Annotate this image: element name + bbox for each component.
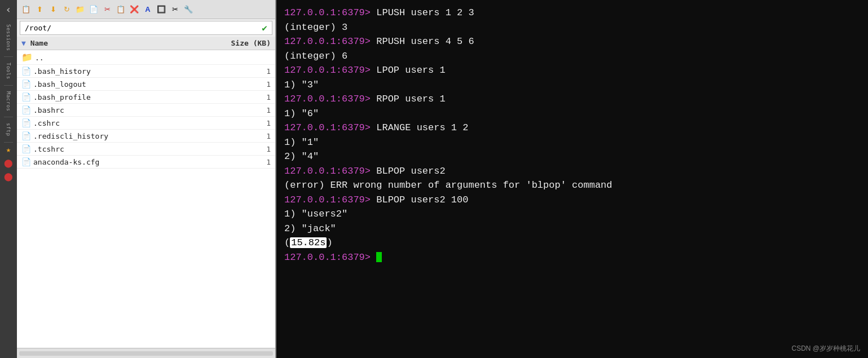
- table-row[interactable]: 📄.bash_history 1: [17, 65, 275, 78]
- col-name[interactable]: ▼ Name: [17, 37, 188, 50]
- toolbar-view[interactable]: 🔲: [155, 3, 168, 16]
- terminal-output-text: 2) "jack": [284, 223, 336, 234]
- bottom-scroll-bar[interactable]: [17, 348, 275, 358]
- file-name-cell: 📄.bash_history: [17, 65, 188, 78]
- sftp-tab[interactable]: sftp: [4, 117, 13, 143]
- table-row[interactable]: 📄.rediscli_history 1: [17, 130, 275, 143]
- toolbar-cut[interactable]: ✂: [101, 3, 113, 16]
- terminal-command: BLPOP users2: [371, 166, 446, 176]
- toolbar-folder[interactable]: 📁: [74, 3, 86, 16]
- table-row[interactable]: 📄.tcshrc 1: [17, 143, 275, 156]
- terminal-panel: 127.0.0.1:6379> LPUSH users 1 2 3(intege…: [276, 0, 868, 358]
- terminal-line: 1) "6": [284, 107, 860, 121]
- file-name-cell: 📄anaconda-ks.cfg: [17, 156, 188, 169]
- sessions-tab[interactable]: Sessions: [4, 19, 13, 57]
- terminal-prompt: 127.0.0.1:6379>: [284, 166, 371, 176]
- file-size-cell: 1: [188, 91, 275, 104]
- terminal-line: 1) "1": [284, 135, 860, 150]
- file-name-cell: 📄.bashrc: [17, 104, 188, 117]
- terminal-command: RPUSH users 4 5 6: [371, 36, 474, 47]
- tools-tab[interactable]: Tools: [4, 57, 13, 86]
- terminal-output[interactable]: 127.0.0.1:6379> LPUSH users 1 2 3(intege…: [276, 0, 868, 358]
- table-row[interactable]: 📄.cshrc 1: [17, 117, 275, 130]
- terminal-line: 127.0.0.1:6379> RPUSH users 4 5 6: [284, 34, 860, 49]
- toolbar-rename[interactable]: A: [142, 3, 154, 16]
- toolbar-refresh[interactable]: ↻: [60, 3, 73, 16]
- icon2: ⬤: [4, 156, 13, 170]
- file-name-cell: 📄.bash_profile: [17, 91, 188, 104]
- collapse-icon[interactable]: ‹: [6, 0, 12, 19]
- terminal-prompt: 127.0.0.1:6379>: [284, 65, 371, 76]
- terminal-output-text: (integer) 6: [284, 51, 347, 61]
- terminal-cursor: [376, 252, 382, 262]
- col-size[interactable]: Size (KB): [188, 37, 275, 50]
- file-name-cell: 📄.cshrc: [17, 117, 188, 130]
- path-text: /root/: [25, 24, 51, 32]
- terminal-line: 2) "jack": [284, 222, 860, 236]
- terminal-line: (integer) 6: [284, 49, 860, 64]
- terminal-line: (integer) 3: [284, 20, 860, 35]
- file-size-cell: [188, 50, 275, 65]
- terminal-line: 2) "4": [284, 149, 860, 164]
- file-name-cell: 📄.rediscli_history: [17, 130, 188, 143]
- terminal-command: RPOP users 1: [371, 94, 446, 104]
- terminal-line: 127.0.0.1:6379> LPOP users 1: [284, 63, 860, 78]
- file-size-cell: 1: [188, 78, 275, 91]
- terminal-prompt: 127.0.0.1:6379>: [284, 36, 371, 47]
- terminal-prompt: 127.0.0.1:6379>: [284, 122, 371, 133]
- terminal-command: LPUSH users 1 2 3: [371, 7, 474, 18]
- table-row[interactable]: 📄anaconda-ks.cfg 1: [17, 156, 275, 169]
- terminal-prompt: 127.0.0.1:6379>: [284, 7, 371, 18]
- terminal-line: 127.0.0.1:6379> LPUSH users 1 2 3: [284, 6, 860, 20]
- file-name-cell: 📁..: [17, 50, 188, 65]
- file-name-cell: 📄.tcshrc: [17, 143, 188, 156]
- file-name-cell: 📄.bash_logout: [17, 78, 188, 91]
- icon1: ★: [6, 143, 11, 156]
- terminal-output-text: 1) "users2": [284, 209, 347, 219]
- macros-tab[interactable]: Macros: [4, 86, 13, 118]
- toolbar-scissors[interactable]: ✂: [169, 3, 181, 16]
- terminal-output-text: 2) "4": [284, 151, 319, 162]
- table-row[interactable]: 📄.bash_logout 1: [17, 78, 275, 91]
- file-size-cell: 1: [188, 143, 275, 156]
- terminal-output-text: (15.82s): [284, 237, 333, 248]
- terminal-output-text: (integer) 3: [284, 22, 347, 33]
- toolbar-delete[interactable]: ❌: [128, 3, 140, 16]
- file-size-cell: 1: [188, 117, 275, 130]
- terminal-prompt: 127.0.0.1:6379>: [284, 252, 376, 263]
- terminal-output-text: 1) "1": [284, 137, 319, 148]
- terminal-line: (15.82s): [284, 236, 860, 250]
- terminal-prompt: 127.0.0.1:6379>: [284, 195, 371, 205]
- icon3: ⬤: [4, 170, 13, 183]
- toolbar-file[interactable]: 📄: [87, 3, 100, 16]
- terminal-prompt: 127.0.0.1:6379>: [284, 94, 371, 104]
- table-row[interactable]: 📁..: [17, 50, 275, 65]
- terminal-output-text: 1) "3": [284, 79, 319, 90]
- toolbar-btn-up[interactable]: ⬆: [33, 3, 46, 16]
- terminal-line: 127.0.0.1:6379>: [284, 250, 860, 265]
- terminal-line: 1) "3": [284, 78, 860, 92]
- terminal-command: LRANGE users 1 2: [371, 122, 468, 133]
- terminal-output-text: 1) "6": [284, 108, 319, 119]
- terminal-line: 127.0.0.1:6379> BLPOP users2: [284, 164, 860, 179]
- terminal-command: LPOP users 1: [371, 65, 446, 76]
- file-size-cell: 1: [188, 156, 275, 169]
- terminal-error-text: (error) ERR wrong number of arguments fo…: [284, 180, 613, 191]
- toolbar-settings[interactable]: 🔧: [182, 3, 195, 16]
- path-bar: /root/ ✔: [20, 21, 272, 35]
- table-row[interactable]: 📄.bash_profile 1: [17, 91, 275, 104]
- file-size-cell: 1: [188, 104, 275, 117]
- path-ok-icon: ✔: [262, 23, 267, 33]
- table-row[interactable]: 📄.bashrc 1: [17, 104, 275, 117]
- file-table: ▼ Name Size (KB) 📁.. 📄.bash_history 1 📄.…: [17, 37, 275, 348]
- toolbar-btn-down[interactable]: ⬇: [47, 3, 59, 16]
- file-manager-panel: 📋 ⬆ ⬇ ↻ 📁 📄 ✂ 📋 ❌ A 🔲 ✂ 🔧 /root/ ✔: [17, 0, 276, 358]
- terminal-command: BLPOP users2 100: [371, 195, 468, 205]
- terminal-line: 127.0.0.1:6379> BLPOP users2 100: [284, 193, 860, 207]
- toolbar-btn-1[interactable]: 📋: [20, 3, 32, 16]
- toolbar-copy[interactable]: 📋: [114, 3, 127, 16]
- terminal-line: 127.0.0.1:6379> LRANGE users 1 2: [284, 121, 860, 135]
- file-size-cell: 1: [188, 65, 275, 78]
- file-size-cell: 1: [188, 130, 275, 143]
- terminal-line: (error) ERR wrong number of arguments fo…: [284, 178, 860, 193]
